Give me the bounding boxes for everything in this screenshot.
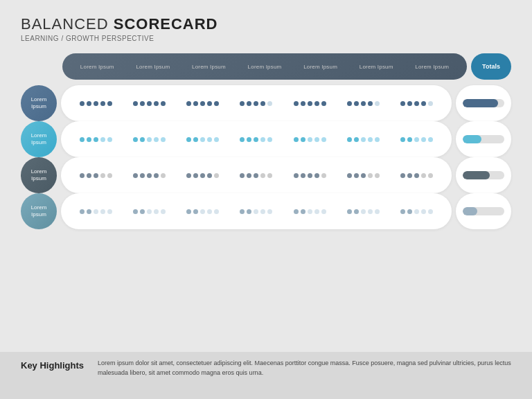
dot	[140, 101, 145, 106]
dot	[354, 173, 359, 178]
row-2-dotgroup-3	[229, 137, 283, 142]
dot	[260, 137, 265, 142]
dot	[294, 137, 299, 142]
dot	[321, 101, 326, 106]
dot	[154, 173, 159, 178]
dot	[428, 173, 433, 178]
dot	[421, 101, 426, 106]
dot	[314, 209, 319, 214]
dot	[308, 173, 312, 178]
row-1-dotgroup-4	[283, 101, 337, 106]
dot	[321, 137, 326, 142]
header-totals: Totals	[471, 53, 511, 80]
row-4-progress-fill	[463, 207, 477, 215]
dot	[361, 209, 366, 214]
dot	[314, 173, 319, 178]
dot	[240, 209, 245, 214]
dot	[375, 209, 380, 214]
dot	[428, 209, 433, 214]
dot	[301, 209, 305, 214]
dot	[347, 173, 352, 178]
header-col-3: Lorem Ipsum	[237, 64, 293, 70]
dot	[207, 173, 212, 178]
dot	[100, 101, 105, 106]
row-1-pill	[61, 85, 452, 121]
row-1-dotgroup-1	[123, 101, 176, 106]
dot	[133, 137, 138, 142]
dot	[161, 209, 166, 214]
dot	[294, 101, 299, 106]
row-3-dotgroup-0	[69, 173, 123, 178]
dot	[267, 101, 272, 106]
row-2-dotgroup-4	[283, 137, 337, 142]
dot	[100, 137, 105, 142]
row-1-dotgroup-5	[337, 101, 390, 106]
dot	[100, 173, 105, 178]
row-1-dotgroup-6	[390, 101, 443, 106]
dot	[414, 173, 419, 178]
dot	[147, 137, 152, 142]
row-1-dotgroup-3	[229, 101, 283, 106]
dot	[147, 209, 152, 214]
dot	[80, 101, 85, 106]
dot	[140, 209, 145, 214]
dot	[154, 137, 159, 142]
row-4-dotgroup-0	[69, 209, 123, 214]
dot	[207, 137, 212, 142]
dot	[301, 137, 305, 142]
row-3-dotgroup-1	[123, 173, 176, 178]
title-regular: BALANCED	[21, 15, 114, 33]
row-4-dotgroup-1	[123, 209, 176, 214]
dot	[87, 101, 91, 106]
dot	[407, 173, 412, 178]
row-4-dotgroup-3	[229, 209, 283, 214]
data-rows-container: LoremIpsumLoremIpsumLoremIpsumLoremIpsum	[21, 85, 511, 229]
row-1-progress-bar	[463, 99, 504, 107]
row-3-progress-fill	[463, 171, 490, 179]
dot	[267, 173, 272, 178]
row-1-dotgroup-0	[69, 101, 123, 106]
dot	[414, 101, 419, 106]
dot	[214, 137, 219, 142]
dot	[421, 137, 426, 142]
dot	[368, 173, 373, 178]
row-3-total	[456, 157, 511, 193]
dot	[314, 101, 319, 106]
dot	[400, 173, 405, 178]
dot	[361, 173, 366, 178]
row-2-dotgroup-6	[390, 137, 443, 142]
data-row-1: LoremIpsum	[21, 85, 511, 121]
dot	[214, 209, 219, 214]
header-col-1: Lorem Ipsum	[125, 64, 181, 70]
dot	[247, 101, 251, 106]
dot	[267, 137, 272, 142]
dot	[347, 101, 352, 106]
dot	[308, 137, 312, 142]
dot	[133, 173, 138, 178]
title-area: BALANCED SCORECARD LEARNING / GROWTH PER…	[21, 15, 511, 42]
subtitle: LEARNING / GROWTH PERSPECTIVE	[21, 35, 511, 42]
row-4-total	[456, 193, 511, 229]
row-1-circle: LoremIpsum	[21, 85, 57, 121]
dot	[94, 137, 98, 142]
row-4-pill	[61, 193, 452, 229]
dot	[428, 137, 433, 142]
dot	[421, 209, 426, 214]
dot	[207, 101, 212, 106]
dot	[193, 137, 198, 142]
row-1-total	[456, 85, 511, 121]
data-row-3: LoremIpsum	[21, 157, 511, 193]
dot	[140, 173, 145, 178]
dot	[354, 137, 359, 142]
dot	[414, 137, 419, 142]
dot	[321, 173, 326, 178]
dot	[87, 137, 91, 142]
dot	[80, 173, 85, 178]
dot	[147, 101, 152, 106]
main-container: BALANCED SCORECARD LEARNING / GROWTH PER…	[0, 0, 532, 399]
scorecard-area: Lorem Ipsum Lorem Ipsum Lorem Ipsum Lore…	[21, 53, 511, 346]
dot	[94, 173, 98, 178]
dot	[375, 101, 380, 106]
dot	[354, 101, 359, 106]
dot	[186, 101, 191, 106]
